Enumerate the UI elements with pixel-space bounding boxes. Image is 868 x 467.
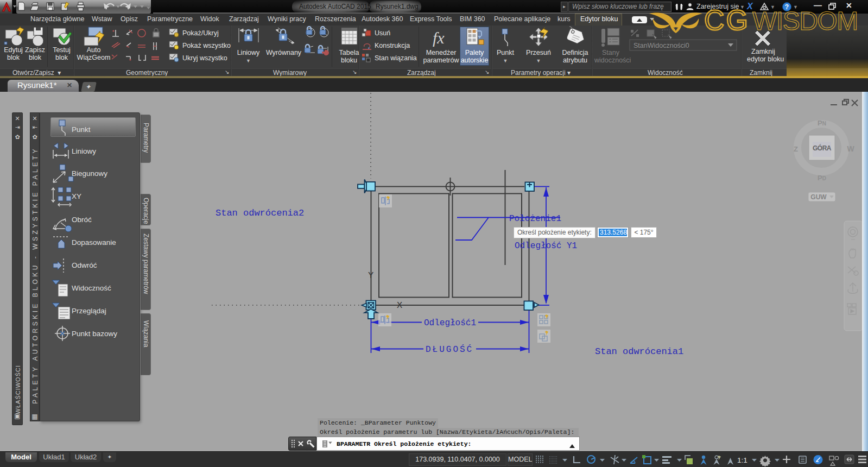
svg-text:Y: Y xyxy=(368,270,373,281)
svg-text:?: ? xyxy=(785,3,789,11)
svg-text:PD: PD xyxy=(818,174,826,182)
svg-text:StanWidoczności0: StanWidoczności0 xyxy=(633,42,689,49)
svg-text:GÓRA: GÓRA xyxy=(813,144,832,152)
svg-text:Odległość Y1: Odległość Y1 xyxy=(515,241,577,251)
svg-text:Stan odwrócenia1: Stan odwrócenia1 xyxy=(595,346,683,357)
svg-text:X: X xyxy=(397,300,402,311)
svg-text:1:1: 1:1 xyxy=(737,456,747,464)
svg-text:Stan odwrócenia2: Stan odwrócenia2 xyxy=(216,208,304,218)
svg-text:W: W xyxy=(847,144,854,153)
svg-text:PN: PN xyxy=(818,119,826,127)
svg-text:Odległość1: Odległość1 xyxy=(424,318,476,328)
svg-text:GUW: GUW xyxy=(810,193,827,201)
svg-text:Położenie1: Położenie1 xyxy=(509,214,561,224)
svg-text:DŁUGOŚĆ: DŁUGOŚĆ xyxy=(426,344,473,355)
svg-text:fx: fx xyxy=(433,29,445,47)
svg-text:Z: Z xyxy=(794,145,798,153)
